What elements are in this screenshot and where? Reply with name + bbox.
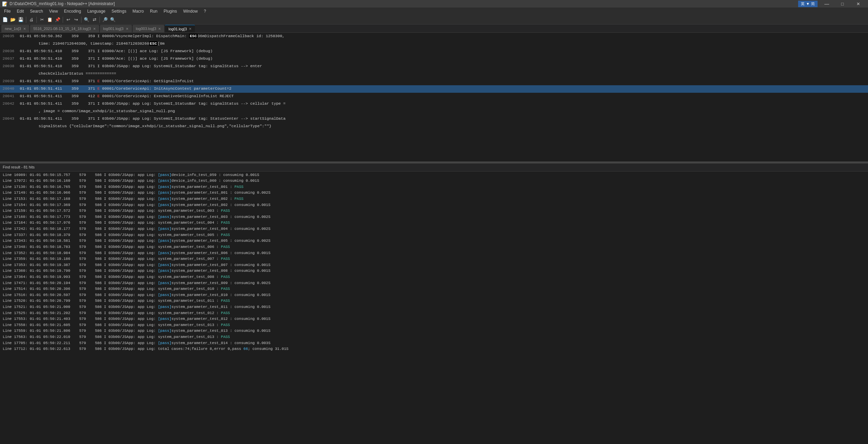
menu-run[interactable]: Run <box>147 8 160 14</box>
find-result-2[interactable]: Line 17130: 01-01 05:50:16.765 579 586 I… <box>0 184 868 190</box>
find-result-11[interactable]: Line 17343: 01-01 05:50:18.581 579 586 I… <box>0 238 868 244</box>
find-result-24[interactable]: Line 17553: 01-01 05:50:21.403 579 586 I… <box>0 316 868 322</box>
tab-4[interactable]: log01.log[3✕ <box>165 25 195 32</box>
tab-label-2: log001.log[3 <box>103 27 124 31</box>
find-result-21[interactable]: Line 17520: 01-01 05:50:20.799 579 586 I… <box>0 298 868 304</box>
tab-3[interactable]: log003.log[3✕ <box>133 25 165 32</box>
find-result-15[interactable]: Line 17353: 01-01 05:50:19.387 579 586 I… <box>0 262 868 268</box>
find-result-23[interactable]: Line 17525: 01-01 05:50:21.202 579 586 I… <box>0 310 868 316</box>
tab-close-0[interactable]: ✕ <box>23 27 26 31</box>
find-result-16[interactable]: Line 17360: 01-01 05:50:19.790 579 586 I… <box>0 268 868 274</box>
minimize-button[interactable]: — <box>819 0 835 8</box>
find-result-3[interactable]: Line 17149: 01-01 05:50:16.966 579 586 I… <box>0 190 868 196</box>
log-line-6[interactable]: 2003901-01 05:50:51.411 359 371 E 00001/… <box>0 78 868 85</box>
print-button[interactable]: 🖨 <box>28 16 35 24</box>
find-result-5[interactable]: Line 17154: 01-01 05:50:17.369 579 586 I… <box>0 202 868 208</box>
log-line-3[interactable]: 2003701-01 05:50:51.410 359 371 I 03900/… <box>0 55 868 63</box>
log-line-10[interactable]: , image = common/image_xxhdpi/ic_statusb… <box>0 108 868 115</box>
find-header: Find result - 81 hits <box>0 164 868 172</box>
find-result-20[interactable]: Line 17516: 01-01 05:50:20.597 579 586 I… <box>0 292 868 298</box>
log-line-5[interactable]: checkCellularStatus ============= <box>0 70 868 78</box>
tab-close-2[interactable]: ✕ <box>126 27 128 31</box>
app-icon: 📝 <box>2 1 7 6</box>
find-result-6[interactable]: Line 17159: 01-01 05:50:17.572 579 586 I… <box>0 208 868 214</box>
log-line-0[interactable]: 2003501-01 05:50:50.362 359 359 I 00000/… <box>0 33 868 40</box>
log-content-11: 01-01 05:50:51.411 359 371 I 03b00/JSApp… <box>18 115 868 122</box>
menu-search[interactable]: Search <box>27 8 46 14</box>
title-bar: 📝 D:\Data\OHOS_mnt\log01.log - Notepad++… <box>0 0 868 8</box>
menu-edit[interactable]: Edit <box>14 8 27 14</box>
zoom-out-button[interactable]: 🔍 <box>109 16 117 24</box>
log-content-4: 01-01 05:50:51.410 359 371 I 03b00/JSApp… <box>18 63 868 70</box>
find-result-18[interactable]: Line 17471: 01-01 05:50:20.194 579 586 I… <box>0 280 868 286</box>
find-result-0[interactable]: Line 16989: 01-01 05:50:15.757 579 586 I… <box>0 172 868 178</box>
replace-button[interactable]: ⇄ <box>91 16 98 24</box>
toolbar-sep-1 <box>26 17 26 23</box>
search-button[interactable]: 🔍 <box>83 16 90 24</box>
tab-1[interactable]: 5516_2021-08-13_15_14_18.log[3✕ <box>30 25 99 32</box>
tab-close-1[interactable]: ✕ <box>93 27 96 31</box>
menu-settings[interactable]: Settings <box>109 8 129 14</box>
new-button[interactable]: 📄 <box>1 16 9 24</box>
cut-button[interactable]: ✂ <box>38 16 46 24</box>
log-num-8: 20041 <box>0 93 18 99</box>
log-line-11[interactable]: 2004301-01 05:50:51.411 359 371 I 03b00/… <box>0 115 868 123</box>
find-result-13[interactable]: Line 17352: 01-01 05:50:18.984 579 586 I… <box>0 250 868 256</box>
find-result-14[interactable]: Line 17359: 01-01 05:50:19.186 579 586 I… <box>0 256 868 262</box>
find-result-28[interactable]: Line 17705: 01-01 05:50:22.211 579 586 I… <box>0 340 868 346</box>
find-result-4[interactable]: Line 17153: 01-01 05:50:17.168 579 586 I… <box>0 196 868 202</box>
log-line-4[interactable]: 2003801-01 05:50:51.410 359 371 I 03b00/… <box>0 63 868 70</box>
tab-label-1: 5516_2021-08-13_15_14_18.log[3 <box>33 27 91 31</box>
log-line-12[interactable]: signalStatus {"cellularImage":"common/im… <box>0 123 868 130</box>
undo-button[interactable]: ↩ <box>64 16 72 24</box>
maximize-button[interactable]: □ <box>835 0 850 8</box>
find-result-12[interactable]: Line 17348: 01-01 05:50:18.783 579 586 I… <box>0 244 868 250</box>
find-results[interactable]: Line 16989: 01-01 05:50:15.757 579 586 I… <box>0 172 868 444</box>
find-result-1[interactable]: Line 17072: 01-01 05:50:16.160 579 586 I… <box>0 178 868 184</box>
tab-2[interactable]: log001.log[3✕ <box>100 25 132 32</box>
find-result-26[interactable]: Line 17559: 01-01 05:50:21.806 579 586 I… <box>0 328 868 334</box>
close-button[interactable]: ✕ <box>850 0 866 8</box>
log-line-9[interactable]: 2004201-01 05:50:51.411 359 371 I 03b00/… <box>0 100 868 108</box>
toolbar: 📄 📂 💾 🖨 ✂ 📋 📌 ↩ ↪ 🔍 ⇄ 🔎 🔍 <box>0 15 868 25</box>
menu-encoding[interactable]: Encoding <box>61 8 84 14</box>
menu-language[interactable]: Language <box>85 8 108 14</box>
find-result-10[interactable]: Line 17337: 01-01 05:50:18.379 579 586 I… <box>0 232 868 238</box>
find-result-8[interactable]: Line 17164: 01-01 05:50:17.976 579 586 I… <box>0 220 868 226</box>
lang-box[interactable]: 英 ▼ 简 <box>798 1 818 7</box>
tab-close-4[interactable]: ✕ <box>189 27 192 31</box>
find-result-19[interactable]: Line 17514: 01-01 05:50:20.396 579 586 I… <box>0 286 868 292</box>
log-num-9: 20042 <box>0 100 18 107</box>
log-content-6: 01-01 05:50:51.411 359 371 E 00001/CoreS… <box>18 78 868 85</box>
menu-view[interactable]: View <box>46 8 61 14</box>
menu-macro[interactable]: Macro <box>130 8 147 14</box>
paste-button[interactable]: 📌 <box>54 16 61 24</box>
menu-?[interactable]: ? <box>201 8 209 14</box>
log-content-3: 01-01 05:50:51.410 359 371 I 03900/Ace: … <box>18 55 868 62</box>
find-result-25[interactable]: Line 17558: 01-01 05:50:21.605 579 586 I… <box>0 322 868 328</box>
log-line-8[interactable]: 2004101-01 05:50:51.411 359 412 E 00001/… <box>0 93 868 100</box>
find-result-22[interactable]: Line 17521: 01-01 05:50:21.000 579 586 I… <box>0 304 868 310</box>
log-line-7[interactable]: 2004001-01 05:50:51.411 359 371 E 00001/… <box>0 85 868 93</box>
find-result-27[interactable]: Line 17563: 01-01 05:50:22.010 579 586 I… <box>0 334 868 340</box>
log-num-0: 20035 <box>0 33 18 39</box>
menu-plugins[interactable]: Plugins <box>161 8 180 14</box>
tab-close-3[interactable]: ✕ <box>158 27 161 31</box>
copy-button[interactable]: 📋 <box>46 16 54 24</box>
zoom-in-button[interactable]: 🔎 <box>101 16 109 24</box>
log-num-1 <box>0 40 18 41</box>
open-button[interactable]: 📂 <box>9 16 17 24</box>
menu-file[interactable]: File <box>1 8 13 14</box>
find-result-17[interactable]: Line 17364: 01-01 05:50:19.993 579 586 I… <box>0 274 868 280</box>
tab-0[interactable]: new_1o[3✕ <box>1 25 29 32</box>
find-result-29[interactable]: Line 17712: 01-01 05:50:22.613 579 586 I… <box>0 346 868 352</box>
redo-button[interactable]: ↪ <box>72 16 80 24</box>
save-button[interactable]: 💾 <box>17 16 25 24</box>
log-num-3: 20037 <box>0 55 18 62</box>
find-result-7[interactable]: Line 17160: 01-01 05:50:17.773 579 586 I… <box>0 214 868 220</box>
log-line-1[interactable]: time: 2104671264​6300, timestamp: 210467… <box>0 40 868 48</box>
log-area[interactable]: 2003501-01 05:50:50.362 359 359 I 00000/… <box>0 33 868 162</box>
find-result-9[interactable]: Line 17242: 01-01 05:50:18.177 579 586 I… <box>0 226 868 232</box>
menu-window[interactable]: Window <box>180 8 200 14</box>
log-line-2[interactable]: 2003601-01 05:50:51.410 359 371 I 03900/… <box>0 48 868 55</box>
